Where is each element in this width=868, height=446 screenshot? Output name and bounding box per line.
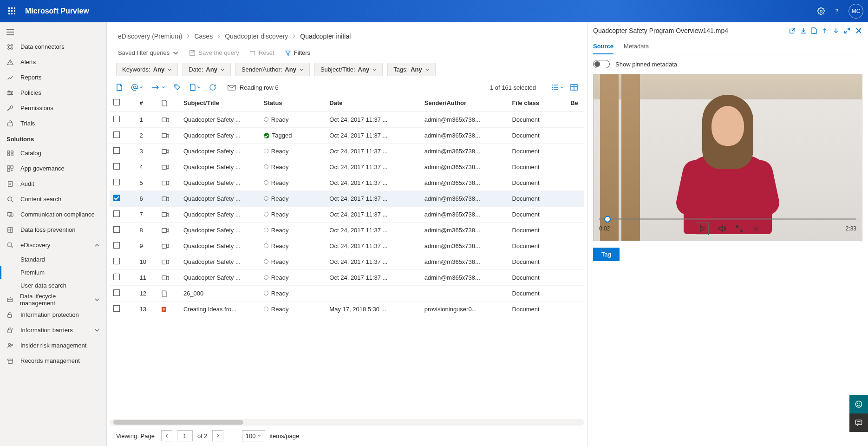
table-row[interactable]: 13PCreating Ideas fro...ReadyMay 17, 201…: [110, 302, 584, 317]
refresh-icon[interactable]: [209, 84, 216, 91]
sidebar-item-catalog[interactable]: Catalog: [0, 145, 106, 161]
table-row[interactable]: 11Quadcopter Safety ...ReadyOct 24, 2017…: [110, 270, 584, 286]
col-extra[interactable]: Be: [567, 94, 584, 112]
sidebar-item-ediscovery[interactable]: eDiscovery: [0, 237, 106, 253]
row-checkbox[interactable]: [113, 116, 120, 122]
table-row[interactable]: 5Quadcopter Safety ...ReadyOct 24, 2017 …: [110, 175, 584, 191]
prev-page-button[interactable]: [161, 430, 172, 441]
table-row[interactable]: 3Quadcopter Safety ...ReadyOct 24, 2017 …: [110, 144, 584, 159]
close-icon[interactable]: [855, 27, 862, 34]
move-icon[interactable]: [151, 84, 165, 91]
breadcrumb-2[interactable]: Quadcopter discovery: [225, 33, 288, 40]
col-fileclass[interactable]: File class: [508, 94, 567, 112]
sidebar-item-communication-compliance[interactable]: Communication compliance: [0, 207, 106, 222]
play-button[interactable]: [696, 222, 709, 235]
fullscreen-icon[interactable]: [736, 225, 743, 232]
sidebar-item-data-loss-prevention[interactable]: Data loss prevention: [0, 222, 106, 237]
row-checkbox[interactable]: [113, 131, 120, 138]
hamburger-icon[interactable]: [0, 25, 106, 39]
show-pinned-toggle[interactable]: [593, 60, 610, 68]
row-checkbox[interactable]: [113, 179, 120, 185]
sidebar-item-insider-risk-management[interactable]: Insider risk management: [0, 338, 106, 353]
download-icon[interactable]: [800, 27, 807, 34]
tag-button[interactable]: Tag: [593, 248, 620, 261]
row-checkbox[interactable]: [113, 147, 120, 154]
filter-chip-date[interactable]: Date: Any: [183, 63, 231, 76]
col-sender[interactable]: Sender/Author: [421, 94, 509, 112]
saved-queries-button[interactable]: Saved filter queries: [118, 49, 179, 56]
filters-button[interactable]: Filters: [285, 49, 310, 56]
sidebar-item-records-management[interactable]: Records management: [0, 353, 106, 368]
expand-icon[interactable]: [844, 27, 850, 34]
sidebar-item-permissions[interactable]: Permissions: [0, 100, 106, 116]
breadcrumb-0[interactable]: eDiscovery (Premium): [118, 33, 182, 40]
row-checkbox[interactable]: [113, 274, 120, 280]
breadcrumb-1[interactable]: Cases: [194, 33, 213, 40]
filter-chip-subjecttitle[interactable]: Subject/Title: Any: [314, 63, 383, 76]
table-row[interactable]: 9Quadcopter Safety ...ReadyOct 24, 2017 …: [110, 238, 584, 254]
sidebar-item-audit[interactable]: Audit: [0, 176, 106, 191]
chat-button[interactable]: [849, 413, 868, 432]
sidebar-sub-premium[interactable]: Premium: [0, 266, 106, 279]
filter-chip-keywords[interactable]: Keywords: Any: [116, 63, 178, 76]
col-subject[interactable]: Subject/Title: [180, 94, 260, 112]
table-row[interactable]: 10Quadcopter Safety ...ReadyOct 24, 2017…: [110, 254, 584, 270]
select-all-checkbox[interactable]: [113, 99, 120, 105]
list-icon[interactable]: [552, 84, 564, 91]
arrow-down-icon[interactable]: [833, 27, 839, 34]
video-settings-icon[interactable]: [752, 225, 760, 232]
row-checkbox[interactable]: [113, 289, 120, 296]
help-icon[interactable]: [833, 7, 841, 15]
tag-icon[interactable]: [174, 84, 181, 91]
col-status[interactable]: Status: [260, 94, 326, 112]
sidebar-item-information-protection[interactable]: Information protection: [0, 307, 106, 322]
sidebar-item-policies[interactable]: Policies: [0, 85, 106, 100]
table-row[interactable]: 7Quadcopter Safety ...ReadyOct 24, 2017 …: [110, 207, 584, 223]
sidebar-sub-standard[interactable]: Standard: [0, 253, 106, 266]
row-checkbox[interactable]: [113, 226, 120, 233]
table-row[interactable]: 4Quadcopter Safety ...ReadyOct 24, 2017 …: [110, 159, 584, 175]
reset-button[interactable]: Reset: [249, 49, 274, 56]
sidebar-item-content-search[interactable]: Content search: [0, 191, 106, 207]
row-checkbox[interactable]: [113, 242, 120, 249]
at-icon[interactable]: [131, 84, 143, 91]
col-type-icon[interactable]: [158, 94, 180, 112]
sidebar-item-data-lifecycle-management[interactable]: Data lifecycle management: [0, 292, 106, 307]
items-per-page-select[interactable]: 100: [242, 430, 265, 441]
row-checkbox[interactable]: [113, 258, 120, 264]
table-row[interactable]: 2Quadcopter Safety ...TaggedOct 24, 2017…: [110, 128, 584, 144]
arrow-up-icon[interactable]: [822, 27, 828, 34]
document-icon[interactable]: [116, 84, 123, 91]
app-launcher-icon[interactable]: [5, 4, 20, 19]
sidebar-item-information-barriers[interactable]: Information barriers: [0, 322, 106, 338]
popout-icon[interactable]: [789, 27, 796, 34]
row-checkbox[interactable]: [113, 305, 120, 312]
filter-chip-tags[interactable]: Tags: Any: [387, 63, 436, 76]
sidebar-item-app-governance[interactable]: App governance: [0, 161, 106, 176]
save-query-button[interactable]: Save the query: [189, 49, 239, 56]
sidebar-item-alerts[interactable]: Alerts: [0, 54, 106, 70]
horizontal-scrollbar[interactable]: [110, 419, 584, 426]
row-checkbox[interactable]: [113, 210, 120, 217]
col-num[interactable]: #: [136, 94, 158, 112]
row-checkbox[interactable]: [113, 163, 120, 170]
col-date[interactable]: Date: [326, 94, 420, 112]
sidebar-item-data-connectors[interactable]: Data connectors: [0, 39, 106, 54]
file-chevron-icon[interactable]: [189, 84, 201, 91]
sidebar-item-trials[interactable]: Trials: [0, 116, 106, 131]
feedback-button[interactable]: [849, 395, 868, 413]
table-row[interactable]: 6Quadcopter Safety ...ReadyOct 24, 2017 …: [110, 191, 584, 207]
tab-metadata[interactable]: Metadata: [624, 39, 649, 54]
document-icon[interactable]: [811, 27, 817, 34]
columns-icon[interactable]: [570, 84, 578, 91]
next-page-button[interactable]: [212, 430, 223, 441]
table-row[interactable]: 1Quadcopter Safety ...ReadyOct 24, 2017 …: [110, 112, 584, 128]
sidebar-sub-user-data-search[interactable]: User data search: [0, 279, 106, 292]
video-seek-track[interactable]: [599, 218, 856, 220]
sidebar-item-reports[interactable]: Reports: [0, 70, 106, 85]
page-input[interactable]: [177, 430, 193, 441]
table-row[interactable]: 1226_000ReadyDocument: [110, 286, 584, 302]
filter-chip-senderauthor[interactable]: Sender/Author: Any: [235, 63, 310, 76]
table-row[interactable]: 8Quadcopter Safety ...ReadyOct 24, 2017 …: [110, 223, 584, 238]
tab-source[interactable]: Source: [593, 39, 613, 54]
